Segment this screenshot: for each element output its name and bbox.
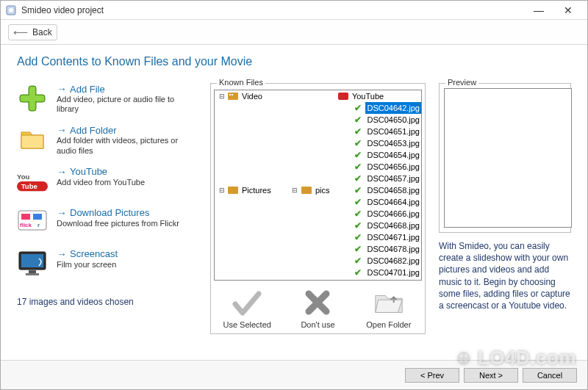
- arrow-icon: →: [57, 166, 67, 178]
- svg-rect-22: [228, 187, 238, 194]
- collapse-icon[interactable]: ⊟: [291, 187, 299, 195]
- screencast-action[interactable]: →Screencast Film your screen: [17, 248, 197, 279]
- file-tree[interactable]: ⊟ Video: [214, 90, 422, 281]
- back-button[interactable]: ⟵ Back: [8, 24, 57, 40]
- known-files-fieldset: Known Files ⊟ Video: [210, 83, 426, 334]
- app-window: Smideo video project — ✕ ⟵ Back Add Cont…: [0, 0, 588, 390]
- collapse-icon[interactable]: ⊟: [218, 93, 226, 101]
- dont-use-button[interactable]: Don't use: [287, 286, 349, 329]
- tree-file-item[interactable]: ✔DSC04701.jpg: [343, 267, 421, 278]
- check-icon: ✔: [353, 220, 363, 231]
- tree-file-label: DSC04671.jpg: [365, 231, 421, 243]
- cancel-button[interactable]: Cancel: [523, 368, 577, 383]
- tree-node-video[interactable]: ⊟ Video: [218, 90, 316, 102]
- check-icon: ✔: [353, 126, 363, 137]
- cross-icon: [301, 286, 334, 319]
- open-folder-button[interactable]: Open Folder: [357, 286, 420, 329]
- use-selected-button[interactable]: Use Selected: [216, 286, 279, 329]
- svg-rect-11: [33, 214, 42, 220]
- tree-file-label: DSC04651.jpg: [365, 126, 421, 137]
- preview-column: Preview With Smideo, you can easily crea…: [439, 79, 571, 355]
- svg-rect-21: [338, 93, 348, 100]
- arrow-icon: →: [57, 124, 67, 136]
- preview-fieldset: Preview: [439, 83, 571, 233]
- app-icon: [5, 4, 17, 16]
- chosen-count: 17 images and videos chosen: [17, 297, 197, 307]
- add-folder-action[interactable]: →Add Folder Add folder with videos, pict…: [17, 124, 197, 155]
- content: Add Contents to Known Files and your Mov…: [1, 45, 587, 360]
- tree-file-item[interactable]: ✔DSC04658.jpg: [343, 184, 421, 196]
- titlebar: Smideo video project — ✕: [1, 1, 587, 20]
- tree-file-item[interactable]: ✔DSC04664.jpg: [343, 196, 421, 208]
- tree-node-pics[interactable]: ⊟ pics: [291, 184, 331, 196]
- folder-pics-icon: [301, 185, 312, 195]
- arrow-icon: →: [57, 207, 67, 219]
- svg-rect-5: [21, 95, 44, 101]
- svg-rect-18: [228, 93, 238, 100]
- next-button[interactable]: Next >: [464, 368, 518, 383]
- minimize-button[interactable]: —: [524, 1, 553, 20]
- youtube-action[interactable]: You Tube →YouTube Add video from YouTube: [17, 166, 197, 197]
- check-icon: ✔: [353, 197, 363, 207]
- close-button[interactable]: ✕: [553, 1, 583, 20]
- tree-file-item[interactable]: ✔DSC04654.jpg: [343, 149, 421, 161]
- tree-file-item[interactable]: ✔DSC04650.jpg: [343, 114, 421, 126]
- window-title: Smideo video project: [21, 5, 524, 15]
- check-icon: ✔: [353, 103, 363, 113]
- back-arrow-icon: ⟵: [13, 26, 28, 38]
- plus-icon: [17, 83, 48, 114]
- preview-box: [444, 88, 572, 228]
- tree-file-item[interactable]: ✔DSC04668.jpg: [343, 220, 421, 231]
- description-text: With Smideo, you can easily create a sli…: [439, 240, 571, 311]
- check-icon: ✔: [353, 162, 363, 172]
- toolbar: ⟵ Back: [1, 20, 587, 45]
- download-pictures-action[interactable]: flick r →Download Pictures Download free…: [17, 207, 197, 238]
- checkmark-icon: [231, 286, 263, 319]
- tree-file-item[interactable]: ✔DSC04682.jpg: [343, 255, 421, 267]
- tree-file-label: DSC04654.jpg: [365, 149, 421, 161]
- tree-file-label: DSC04682.jpg: [365, 255, 421, 267]
- check-icon: ✔: [353, 244, 363, 254]
- tree-file-item[interactable]: ✔DSC04653.jpg: [343, 137, 421, 149]
- page-title: Add Contents to Known Files and your Mov…: [17, 55, 571, 68]
- tree-file-label: DSC04678.jpg: [365, 243, 421, 255]
- svg-rect-17: [26, 273, 39, 275]
- tree-file-item[interactable]: ✔DSC04651.jpg: [343, 126, 421, 137]
- tree-file-item[interactable]: ✔DSC04678.jpg: [343, 243, 421, 255]
- svg-text:Tube: Tube: [21, 182, 37, 190]
- folder-icon: [17, 124, 48, 155]
- svg-rect-20: [232, 94, 233, 95]
- folder-youtube-icon: [338, 91, 348, 101]
- tree-file-label: DSC04656.jpg: [365, 161, 421, 173]
- check-icon: ✔: [353, 232, 363, 242]
- check-icon: ✔: [353, 115, 363, 125]
- tree-file-item[interactable]: ✔DSC04666.jpg: [343, 208, 421, 220]
- check-icon: ✔: [353, 256, 363, 266]
- tree-file-item[interactable]: ✔DSC04642.jpg: [343, 102, 421, 114]
- tree-file-label: DSC04650.jpg: [365, 114, 421, 126]
- tree-file-label: DSC04666.jpg: [365, 208, 421, 220]
- tree-file-item[interactable]: ✔DSC04656.jpg: [343, 161, 421, 173]
- add-file-action[interactable]: →Add File Add video, picture or audio fi…: [17, 83, 197, 114]
- folder-video-icon: [228, 91, 238, 101]
- check-icon: ✔: [353, 150, 363, 160]
- known-files-column: Known Files ⊟ Video: [210, 79, 426, 355]
- monitor-icon: [17, 248, 48, 279]
- tree-file-item[interactable]: ✔DSC04671.jpg: [343, 231, 421, 243]
- tree-file-label: DSC04653.jpg: [365, 137, 421, 149]
- open-folder-icon: [373, 286, 405, 319]
- svg-text:You: You: [17, 173, 29, 181]
- svg-rect-19: [229, 94, 231, 95]
- preview-legend: Preview: [445, 78, 478, 87]
- prev-button[interactable]: < Prev: [405, 368, 459, 383]
- tree-node-pictures[interactable]: ⊟ Pictures: [218, 184, 279, 196]
- tree-node-youtube[interactable]: YouTube: [328, 90, 421, 102]
- check-icon: ✔: [353, 209, 363, 219]
- known-files-legend: Known Files: [217, 78, 265, 87]
- tree-file-label: DSC04657.jpg: [365, 173, 421, 184]
- collapse-icon[interactable]: ⊟: [218, 187, 226, 195]
- tree-file-item[interactable]: ✔DSC04657.jpg: [343, 173, 421, 184]
- svg-rect-16: [29, 270, 36, 273]
- back-label: Back: [32, 27, 52, 37]
- folder-pictures-icon: [228, 185, 238, 195]
